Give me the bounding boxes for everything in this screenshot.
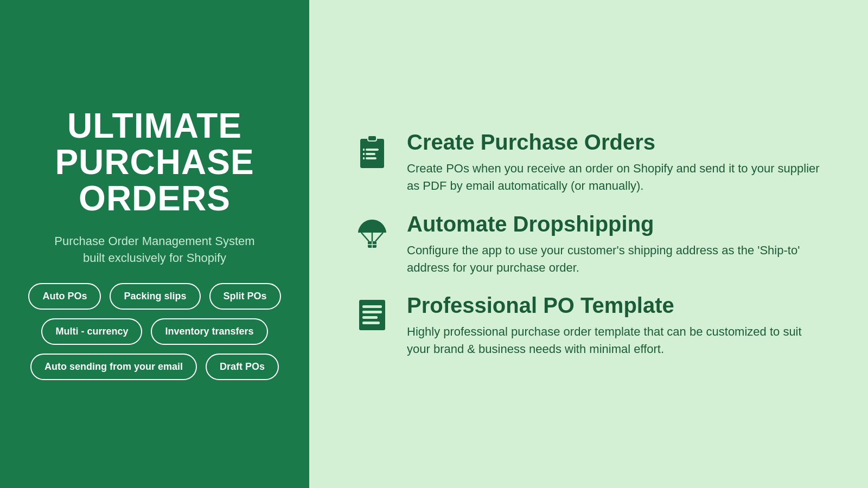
tag-draft-pos: Draft POs <box>206 354 279 380</box>
svg-rect-8 <box>363 153 365 155</box>
parachute-icon <box>353 214 392 253</box>
right-panel: Create Purchase Orders Create POs when y… <box>309 0 868 488</box>
svg-rect-4 <box>366 149 379 151</box>
svg-rect-18 <box>362 311 382 313</box>
feature-automate-dropshipping: Automate Dropshipping Configure the app … <box>353 212 825 277</box>
feature-desc-dropshipping: Configure the app to use your customer's… <box>407 242 825 277</box>
document-icon <box>353 296 392 335</box>
svg-rect-20 <box>362 322 380 324</box>
feature-title-create: Create Purchase Orders <box>407 130 825 155</box>
svg-rect-3 <box>368 136 376 141</box>
tags-row-1: Auto POs Packing slips Split POs <box>28 283 280 310</box>
svg-rect-6 <box>366 157 376 159</box>
svg-rect-19 <box>362 316 378 319</box>
left-panel: ULTIMATE PURCHASE ORDERS Purchase Order … <box>0 0 309 488</box>
clipboard-icon <box>353 132 392 171</box>
tags-container: Auto POs Packing slips Split POs Multi -… <box>27 283 282 380</box>
svg-rect-17 <box>362 305 382 308</box>
tags-row-2: Multi - currency Inventory transfers <box>41 318 267 345</box>
svg-rect-9 <box>363 157 365 159</box>
svg-rect-7 <box>363 149 365 151</box>
feature-create-purchase-orders: Create Purchase Orders Create POs when y… <box>353 130 825 195</box>
tags-row-3: Auto sending from your email Draft POs <box>30 354 279 380</box>
feature-desc-create: Create POs when you receive an order on … <box>407 160 825 195</box>
svg-rect-5 <box>366 153 375 155</box>
feature-title-dropshipping: Automate Dropshipping <box>407 212 825 236</box>
feature-content-dropshipping: Automate Dropshipping Configure the app … <box>407 212 825 277</box>
tag-auto-pos: Auto POs <box>28 283 101 310</box>
svg-line-10 <box>361 233 369 241</box>
feature-content-create: Create Purchase Orders Create POs when y… <box>407 130 825 195</box>
tag-multi-currency: Multi - currency <box>41 318 142 345</box>
svg-rect-16 <box>359 300 385 330</box>
feature-title-template: Professional PO Template <box>407 293 825 318</box>
tag-auto-sending: Auto sending from your email <box>30 354 197 380</box>
tag-packing-slips: Packing slips <box>110 283 200 310</box>
app-subtitle: Purchase Order Management System built e… <box>54 233 254 267</box>
feature-content-template: Professional PO Template Highly professi… <box>407 293 825 358</box>
tag-inventory-transfers: Inventory transfers <box>151 318 267 345</box>
tag-split-pos: Split POs <box>209 283 281 310</box>
feature-po-template: Professional PO Template Highly professi… <box>353 293 825 358</box>
svg-line-12 <box>375 233 383 241</box>
app-title: ULTIMATE PURCHASE ORDERS <box>27 108 282 217</box>
feature-desc-template: Highly professional purchase order templ… <box>407 323 825 358</box>
